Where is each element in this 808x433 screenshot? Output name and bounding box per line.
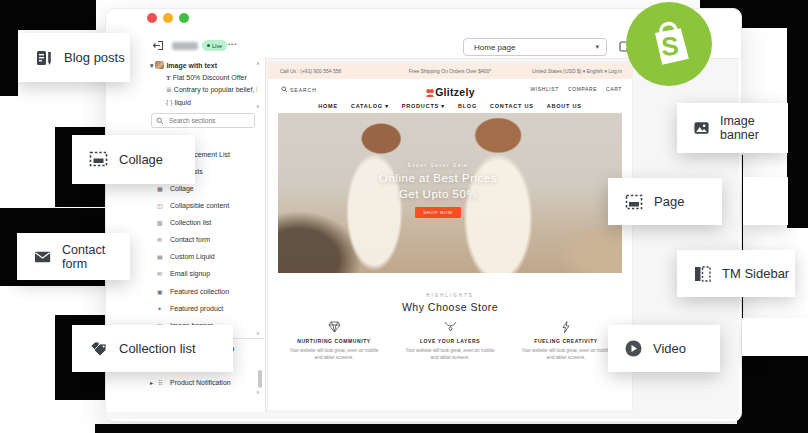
tree-block-row[interactable]: ≣ Contrary to popular belief, Lor...: [166, 86, 257, 94]
label-text: Page: [654, 194, 684, 209]
section-item-contact-form[interactable]: Contact form: [170, 236, 210, 243]
tree-section-row[interactable]: ▾ Image with text: [150, 61, 217, 70]
traffic-light-minimize[interactable]: [163, 13, 173, 23]
search-sections-box[interactable]: [151, 113, 255, 128]
scroll-down-arrow[interactable]: ∨: [256, 330, 260, 336]
drag-handle-icon[interactable]: ⠿: [158, 379, 162, 386]
label-card-collection-list: Collection list: [72, 325, 233, 372]
scroll-down-arrow[interactable]: ∨: [256, 389, 260, 395]
search-sections-input[interactable]: [167, 116, 254, 125]
scroll-up-arrow[interactable]: ∧: [256, 60, 260, 66]
section-item-icon: ◫: [157, 202, 163, 209]
shopify-logo: S: [626, 2, 712, 86]
label-card-collage: Collage: [72, 135, 195, 184]
template-item-product-notification[interactable]: Product Notification: [170, 379, 231, 386]
label-text: Collection list: [119, 341, 196, 356]
liquid-block-icon: { }: [166, 99, 173, 106]
highlights-eyebrow: HIGHLIGHTS: [268, 293, 632, 298]
label-card-blog-posts: Blog posts: [18, 33, 130, 82]
section-item-collection-list[interactable]: Collection list: [170, 219, 211, 226]
deco-block: [737, 355, 808, 433]
live-dot-icon: [207, 44, 210, 47]
necklace-icon: [444, 321, 457, 333]
section-item-icon: ✦: [157, 305, 162, 312]
hero-text-block: Super Saver Sale Online at Best Prices G…: [278, 163, 598, 218]
section-item-icon: ▦: [157, 185, 163, 192]
nav-item-catalog[interactable]: CATALOG ▾: [351, 103, 389, 109]
highlights-columns: NURTURING COMMUNITY Your website will lo…: [268, 321, 632, 362]
image-icon: [694, 121, 709, 135]
section-item-email-signup[interactable]: Email signup: [170, 270, 210, 277]
shop-now-button[interactable]: SHOP NOW: [415, 207, 461, 218]
tree-block-row[interactable]: { } liquid: [166, 99, 191, 106]
traffic-light-close[interactable]: [147, 13, 157, 23]
nav-item-about-us[interactable]: ABOUT US: [547, 103, 582, 109]
traffic-light-zoom[interactable]: [179, 13, 189, 23]
wishlist-link[interactable]: WISHLIST: [531, 86, 559, 92]
cart-link[interactable]: CART: [606, 86, 622, 92]
highlight-column-community: NURTURING COMMUNITY Your website will lo…: [286, 321, 382, 362]
label-text: Blog posts: [64, 50, 125, 65]
collage-icon: [89, 151, 108, 168]
play-icon: [625, 340, 642, 357]
nav-item-home[interactable]: HOME: [318, 103, 338, 109]
caret-right-icon[interactable]: ▸: [150, 379, 153, 386]
hero-eyebrow: Super Saver Sale: [278, 163, 598, 168]
section-tree: ▾ Image with text T Flat 50% Discount Of…: [145, 58, 257, 106]
highlight-title: FUELING CREATIVITY: [518, 338, 614, 344]
exit-editor-icon[interactable]: [152, 39, 165, 52]
label-card-contact-form: Contact form: [17, 233, 130, 280]
nav-item-blog[interactable]: BLOG: [458, 103, 477, 109]
highlight-body: Your website will look great, even on mo…: [402, 347, 498, 362]
text-block-icon: T: [166, 74, 171, 82]
deco-block: [0, 0, 18, 96]
label-card-video: Video: [608, 325, 720, 372]
highlight-column-creativity: FUELING CREATIVITY Your website will loo…: [518, 321, 614, 362]
caret-down-icon[interactable]: ▾: [150, 62, 154, 69]
deco-block: [787, 28, 808, 228]
deco-card: [742, 318, 808, 356]
tree-block-label: Flat 50% Discount Offer: [173, 74, 247, 81]
tags-icon: [89, 340, 108, 357]
section-item-collapsible-content[interactable]: Collapsible content: [170, 202, 229, 209]
section-item-custom-liquid[interactable]: Custom Liquid: [170, 253, 215, 260]
label-card-page: Page: [608, 178, 722, 225]
deco-card: [743, 177, 788, 225]
scroll-up-arrow[interactable]: ∧: [256, 103, 260, 109]
label-text: Contact form: [62, 243, 130, 271]
section-item-icon: ✉: [157, 270, 162, 277]
live-badge: Live: [202, 40, 227, 51]
more-options-button[interactable]: •••: [228, 41, 237, 47]
sidebar-scrollbar-thumb[interactable]: [258, 370, 262, 388]
section-item-featured-collection[interactable]: Featured collection: [170, 288, 229, 295]
section-item-icon: ▤: [157, 253, 163, 260]
tree-block-row[interactable]: T Flat 50% Discount Offer: [166, 74, 247, 82]
diamond-icon: [328, 321, 341, 333]
section-item-featured-product[interactable]: Featured product: [170, 305, 223, 312]
label-card-tm-sidebar: TM Sidebar: [677, 250, 795, 297]
label-text: Collage: [119, 152, 163, 167]
label-text: Image banner: [720, 114, 788, 142]
highlights-title: Why Choose Store: [268, 301, 632, 313]
sidebar-icon: [694, 266, 711, 282]
tree-block-label: liquid: [175, 99, 191, 106]
page-canvas: { "labels": { "blog_posts": "Blog posts"…: [0, 0, 808, 433]
store-topbar: Call Us : (+91) 900 554 556 Free Shippin…: [268, 62, 632, 79]
highlight-column-layers: LOVE YOUR LAYERS Your website will look …: [402, 321, 498, 362]
nav-item-contact-us[interactable]: CONTACT US: [490, 103, 534, 109]
section-item-collage[interactable]: Collage: [170, 185, 194, 192]
compare-link[interactable]: COMPARE: [568, 86, 597, 92]
section-thumbnail: [155, 61, 164, 69]
blog-posts-icon: [35, 49, 53, 67]
label-text: TM Sidebar: [722, 266, 789, 281]
store-nav: HOME CATALOG ▾ PRODUCTS ▾ BLOG CONTACT U…: [268, 99, 632, 113]
svg-text:S: S: [660, 31, 679, 62]
theme-name-blurred: [172, 42, 198, 50]
chevron-down-icon: ▾: [595, 43, 599, 51]
page-selector-dropdown[interactable]: Home page ▾: [463, 38, 607, 56]
topbar-locale-links[interactable]: United States (USD $) ▾ English ▾ Log in: [532, 68, 622, 74]
tree-block-label: Contrary to popular belief, Lor...: [174, 86, 257, 93]
nav-item-products[interactable]: PRODUCTS ▾: [402, 103, 445, 109]
live-badge-label: Live: [212, 43, 222, 49]
lightning-icon: [561, 321, 571, 333]
